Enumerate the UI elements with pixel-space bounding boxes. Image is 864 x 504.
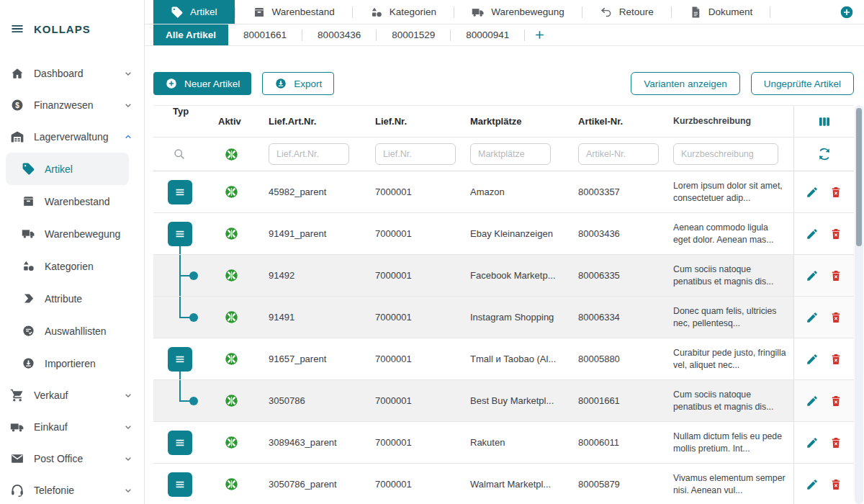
edit-button[interactable] (806, 353, 819, 366)
edit-button[interactable] (806, 395, 819, 408)
edit-button[interactable] (806, 478, 819, 491)
filter-marktplaetze-input[interactable] (470, 143, 551, 165)
cell-lief-art-nr: 3089463_parent (257, 437, 364, 448)
delete-button[interactable] (829, 436, 842, 449)
sidebar-item-kategorien[interactable]: Kategorien (6, 250, 129, 282)
shapes-icon (370, 6, 383, 19)
tab-kategorien[interactable]: Kategorien (353, 0, 454, 24)
edit-button[interactable] (806, 228, 819, 240)
cell-kurzbeschreibung: Cum sociis natoque penatibus et magnis d… (667, 389, 793, 413)
filter-artikel-nr-input[interactable] (578, 143, 659, 165)
subtab-alle-artikel[interactable]: Alle Artikel (153, 24, 228, 45)
tab-warenbewegung[interactable]: Warenbewegung (454, 0, 582, 24)
edit-icon (806, 353, 819, 366)
row-type-button[interactable] (168, 222, 192, 246)
cell-lief-art-nr: 91657_parent (257, 354, 364, 364)
sidebar-item-warenbewegung[interactable]: Warenbewegung (6, 217, 129, 250)
sidebar-item-auswahllisten[interactable]: Auswahllisten (6, 315, 129, 347)
cell-lief-art-nr: 91491_parent (257, 228, 364, 239)
tab-dokument[interactable]: Dokument (672, 0, 770, 24)
edit-icon (806, 395, 819, 408)
sidebar-item-telefonie[interactable]: Telefonie (0, 474, 144, 504)
delete-icon (829, 186, 842, 199)
delete-button[interactable] (829, 228, 842, 240)
col-kurzbeschreibung: Kurzbeschreibung (667, 115, 793, 127)
filter-lief-nr-input[interactable] (375, 143, 456, 165)
tab-artikel[interactable]: Artikel (153, 0, 235, 24)
sidebar-item-post-office[interactable]: Post Office (0, 443, 144, 474)
cell-lief-nr: 7000001 (364, 437, 459, 448)
delete-button[interactable] (829, 478, 842, 491)
delete-button[interactable] (829, 353, 842, 366)
tab-separator (770, 6, 770, 18)
filter-kurzbeschreibung-input[interactable] (673, 143, 778, 165)
cell-kurzbeschreibung: Donec quam felis, ultricies nec, pellent… (667, 305, 793, 330)
subtab-80001529[interactable]: 80001529 (377, 24, 450, 45)
chevron-down-icon (122, 68, 134, 79)
row-type-button[interactable] (168, 431, 192, 455)
row-type-button[interactable] (168, 472, 192, 497)
edit-icon (806, 311, 819, 324)
edit-icon (806, 436, 819, 449)
tab-retoure[interactable]: Retoure (582, 0, 671, 24)
table-row[interactable]: 45982_parent 7000001 Amazon 80003357 Lor… (153, 171, 854, 213)
add-article-tab-button[interactable] (525, 24, 554, 45)
list-circle-icon (22, 324, 35, 338)
unchecked-articles-button[interactable]: Ungeprüfte Artikel (751, 72, 854, 95)
delete-button[interactable] (829, 186, 842, 199)
cell-lief-nr: 7000001 (364, 186, 459, 197)
new-article-button[interactable]: Neuer Artikel (153, 72, 251, 95)
subtab-80003436[interactable]: 80003436 (302, 24, 376, 45)
delete-button[interactable] (829, 311, 842, 324)
table-row[interactable]: 3050786 7000001 Best Buy Marketpl... 800… (153, 380, 854, 422)
table-row[interactable]: 91492 7000001 Facebook Marketp... 800063… (153, 255, 854, 297)
cell-lief-nr: 7000001 (364, 479, 459, 490)
svg-text:$: $ (15, 102, 19, 109)
subtab-80000941[interactable]: 80000941 (451, 24, 524, 45)
sidebar-item-attribute[interactable]: Attribute (6, 282, 129, 315)
add-tab-button[interactable] (840, 5, 854, 19)
show-variants-button[interactable]: Varianten anzeigen (631, 72, 739, 95)
edit-button[interactable] (806, 311, 819, 324)
delete-button[interactable] (829, 269, 842, 282)
table-header: Typ Aktiv Lief.Art.Nr. Lief.Nr. Marktplä… (153, 106, 854, 138)
cell-marktplaetze: Walmart Marketpl... (459, 479, 567, 490)
filter-lief-art-nr-input[interactable] (269, 143, 349, 165)
row-type-button[interactable] (168, 347, 192, 372)
sidebar-item-warenbestand[interactable]: Warenbestand (6, 185, 129, 217)
tree-connector-line (179, 372, 181, 379)
sidebar-item-finanzwesen[interactable]: $ Finanzwesen (0, 89, 144, 121)
table-row[interactable]: 3050786_parent 7000001 Walmart Marketpl.… (153, 464, 854, 504)
return-icon (600, 6, 613, 19)
download-icon (274, 77, 287, 90)
mail-icon (10, 451, 24, 466)
sidebar-item-einkauf[interactable]: Einkauf (0, 411, 144, 443)
search-icon[interactable] (173, 148, 186, 161)
edit-button[interactable] (806, 269, 819, 282)
table-row[interactable]: 3089463_parent 7000001 Rakuten 80006011 … (153, 422, 854, 464)
menu-icon[interactable] (10, 22, 24, 36)
delete-button[interactable] (829, 395, 842, 408)
tree-connector-line (179, 246, 181, 254)
export-button[interactable]: Export (262, 72, 334, 95)
sidebar-item-artikel[interactable]: Artikel (6, 153, 129, 185)
edit-button[interactable] (806, 436, 819, 449)
sidebar-item-verkauf[interactable]: Verkauf (0, 379, 144, 411)
sidebar-item-importieren[interactable]: Importieren (6, 347, 129, 379)
columns-button[interactable] (817, 114, 832, 129)
col-aktiv: Aktiv (205, 116, 257, 127)
table-row[interactable]: 91491 7000001 Instagram Shopping 8000633… (153, 297, 854, 338)
sidebar-item-dashboard[interactable]: Dashboard (0, 58, 144, 89)
active-filter-toggle[interactable] (225, 148, 238, 161)
active-status-icon (225, 352, 238, 366)
scrollbar-thumb[interactable] (856, 108, 862, 246)
sidebar-item-lagerverwaltung[interactable]: Lagerverwaltung (0, 121, 144, 153)
subtab-80001661[interactable]: 80001661 (228, 24, 302, 45)
active-status-icon (225, 227, 238, 240)
row-type-button[interactable] (168, 180, 192, 204)
table-row[interactable]: 91491_parent 7000001 Ebay Kleinanzeigen … (153, 213, 854, 255)
edit-button[interactable] (806, 186, 819, 199)
table-row[interactable]: 91657_parent 7000001 Tmall и Taobao (Al.… (153, 338, 854, 380)
tab-warenbestand[interactable]: Warenbestand (235, 0, 352, 24)
refresh-button[interactable] (817, 147, 832, 161)
